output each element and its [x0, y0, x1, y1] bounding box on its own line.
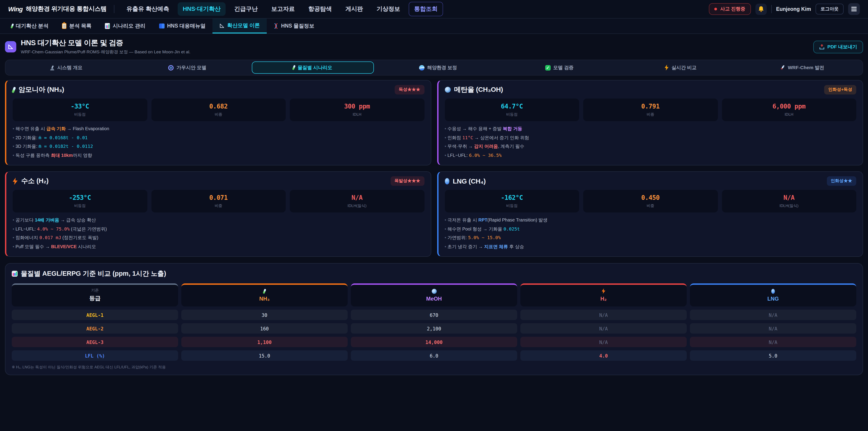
explosive-badge: 폭발성★★★: [391, 176, 424, 186]
bullet-item: 해수면 유출 시 급속 기화 → Flash Evaporation: [13, 125, 424, 132]
microscope-icon: [50, 65, 55, 70]
flammable-toxic-badge: 인화성+독성: [824, 85, 856, 94]
app-logo[interactable]: Wing 해양환경 위기대응 통합시스템: [8, 5, 106, 13]
triangle-ruler-icon: [5, 41, 16, 53]
row-label: LFL (%): [12, 350, 178, 361]
subnav-hns-manual[interactable]: HNS 대응매뉴얼: [152, 19, 212, 33]
nav-item-reports[interactable]: 보고자료: [266, 2, 300, 16]
bullet-item: 극저온 유출 시 RPT(Rapid Phase Transition) 발생: [445, 217, 856, 223]
nav-item-hns-dispersion[interactable]: HNS·대기확산: [178, 2, 225, 16]
nav-item-oil-spill[interactable]: 유출유 확산예측: [121, 2, 174, 16]
dna-icon: [274, 23, 278, 29]
incident-status-label: 사고 진행중: [720, 6, 745, 12]
header-sub-label: 기준: [91, 288, 99, 294]
incident-status-badge[interactable]: 사고 진행중: [709, 3, 751, 15]
rocket-icon: [778, 63, 786, 71]
nav-item-board[interactable]: 게시판: [340, 2, 368, 16]
stat-label: 비중: [585, 204, 716, 209]
tab-label: 가우시안 모델: [177, 64, 206, 71]
hamburger-icon: [851, 7, 857, 7]
stat-label: 비등점: [446, 204, 577, 209]
navbar-right: 사고 진행중 Eunjeong Kim 로그아웃: [709, 3, 860, 15]
tab-substance-scenarios[interactable]: 물질별 시나리오: [252, 61, 374, 74]
bullet-item: 공기보다 14배 가벼움 → 급속 상승 확산: [13, 217, 424, 223]
stat-value: N/A: [723, 194, 855, 201]
tab-gaussian-model[interactable]: 가우시안 모델: [127, 60, 248, 75]
table-cell: 1,100: [181, 337, 348, 347]
table-cell: N/A: [520, 310, 687, 320]
logout-button[interactable]: 로그아웃: [815, 4, 844, 14]
card-ammonia: 암모니아 (NH₃) 독성★★★ -33°C 비등점 0.682 비중 300 …: [5, 80, 431, 165]
table-cell: 6.0: [351, 350, 517, 361]
stat-idlh: N/A IDLH(질식): [722, 190, 856, 212]
tab-label: 시스템 개요: [57, 64, 83, 71]
table-row-aegl1: AEGL-1 30 670 N/A N/A: [12, 310, 856, 320]
nav-item-rescue[interactable]: 긴급구난: [229, 2, 263, 16]
stat-label: 비중: [153, 112, 284, 118]
section-tabs: 시스템 개요 가우시안 모델 물질별 시나리오 해양환경 보정 ✓ 모델 검증 …: [5, 60, 863, 75]
subnav-hns-substance-info[interactable]: HNS 물질정보: [267, 19, 321, 33]
check-icon: ✓: [545, 65, 551, 70]
tab-marine-correction[interactable]: 해양환경 보정: [377, 60, 499, 75]
subnav-scenario-management[interactable]: 시나리오 관리: [98, 19, 152, 33]
table-cell: 670: [351, 310, 517, 320]
table-row-aegl2: AEGL-2 160 2,100 N/A N/A: [12, 323, 856, 334]
card-bullets: 수용성 → 해수 용해 + 증발 복합 거동 인화점 11°C → 상온에서 증…: [445, 125, 856, 158]
stat-boiling-point: -162°C 비등점: [445, 190, 579, 212]
bullet-item: 3D 기화율: ṁ = 0.0182t - 0.0112: [13, 143, 424, 150]
row-label: AEGL-1: [12, 310, 178, 320]
stat-value: 300 ppm: [291, 102, 423, 110]
swirl-icon: [168, 65, 174, 70]
lightning-icon: [602, 288, 605, 294]
table-cell: 160: [181, 323, 348, 334]
table-cell: N/A: [690, 337, 856, 347]
page-header-text: HNS 대기확산 모델 이론 및 검증 WRF-Chem·Gaussian Pl…: [21, 38, 190, 55]
nav-item-weather[interactable]: 기상정보: [372, 2, 405, 16]
table-cell: 15.0: [181, 350, 348, 361]
tab-label: 모델 검증: [553, 64, 574, 71]
subnav-dispersion-analysis[interactable]: 대기확산 분석: [4, 19, 55, 33]
subnav-diffusion-model-theory[interactable]: 확산모델 이론: [212, 19, 267, 33]
hamburger-menu-button[interactable]: [848, 3, 860, 15]
subnav-analysis-list[interactable]: 분석 목록: [55, 19, 98, 33]
stat-value: -162°C: [446, 194, 577, 201]
lightning-icon: [13, 177, 18, 185]
pdf-export-button[interactable]: PDF 내보내기: [813, 40, 863, 53]
flammable-badge: 인화성★★: [827, 176, 856, 186]
sub-navbar: 대기확산 분석 분석 목록 시나리오 관리 HNS 대응매뉴얼 확산모델 이론 …: [0, 19, 868, 34]
table-cell: N/A: [690, 310, 856, 320]
table-row-aegl3: AEGL-3 1,100 14,000 N/A N/A: [12, 337, 856, 347]
stat-value: 64.7°C: [446, 102, 577, 110]
page-header: HNS 대기확산 모델 이론 및 검증 WRF-Chem·Gaussian Pl…: [0, 34, 868, 59]
triangle-ruler-icon: [219, 23, 224, 28]
stat-boxes: 64.7°C 비등점 0.791 비중 6,000 ppm IDLH: [445, 98, 856, 121]
tab-wrf-chem[interactable]: WRF-Chem 발전: [741, 60, 863, 75]
nav-item-aerial-search[interactable]: 항공탐색: [303, 2, 337, 16]
aegl-erpg-table-card: 물질별 AEGL/ERPG 기준 비교 (ppm, 1시간 노출) 기준 등급 …: [5, 263, 863, 375]
book-icon: [159, 24, 164, 29]
petri-dish-icon: [445, 87, 451, 93]
card-methanol: 메탄올 (CH₃OH) 인화성+독성 64.7°C 비등점 0.791 비중 6…: [437, 80, 863, 165]
table-cell: N/A: [520, 337, 687, 347]
blue-drop-icon: [445, 178, 449, 184]
card-bullets: 해수면 유출 시 급속 기화 → Flash Evaporation 2D 기화…: [13, 125, 424, 158]
test-tube-icon: [10, 23, 14, 29]
bar-chart-icon: [12, 271, 18, 277]
nav-item-integrated-search[interactable]: 통합조회: [409, 2, 443, 16]
subnav-label: 대기확산 분석: [16, 23, 49, 29]
tab-realtime-comparison[interactable]: 실시간 비교: [620, 60, 741, 75]
stat-label: 비등점: [14, 112, 145, 118]
bullet-item: LFL~UFL: 6.0% ~ 36.5%: [445, 152, 856, 158]
tab-system-overview[interactable]: 시스템 개요: [5, 60, 127, 75]
substance-cards: 암모니아 (NH₃) 독성★★★ -33°C 비등점 0.682 비중 300 …: [5, 80, 863, 257]
test-tube-icon: [263, 288, 266, 294]
stat-boiling-point: 64.7°C 비등점: [445, 98, 579, 121]
card-title: 암모니아 (NH₃): [19, 86, 64, 94]
bullet-item: 초기 냉각 증기 → 지표면 체류 후 상승: [445, 243, 856, 250]
column-label: LNG: [767, 296, 779, 302]
stat-specific-gravity: 0.071 비중: [151, 190, 286, 212]
notifications-button[interactable]: [755, 3, 767, 15]
tab-model-validation[interactable]: ✓ 모델 검증: [499, 60, 620, 75]
tab-label: 실시간 비교: [672, 64, 697, 71]
card-hydrogen: 수소 (H₂) 폭발성★★★ -253°C 비등점 0.071 비중 N/A I…: [5, 171, 431, 257]
